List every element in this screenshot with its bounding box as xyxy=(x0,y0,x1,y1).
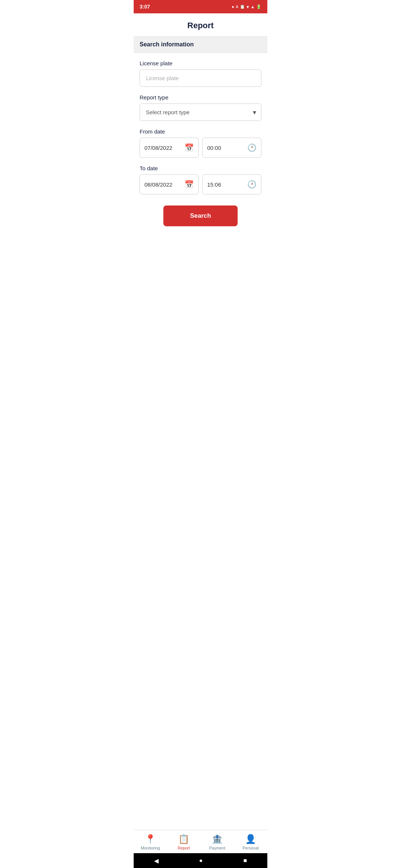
to-date-label: To date xyxy=(140,165,261,171)
search-button[interactable]: Search xyxy=(163,206,238,226)
notification-icon: ● xyxy=(232,4,234,9)
calendar-icon-2: 📅 xyxy=(185,180,194,189)
report-type-select[interactable]: Select report type Type 1 Type 2 Type 3 xyxy=(140,103,261,121)
license-plate-input[interactable] xyxy=(140,69,261,87)
battery-icon: 🔋 xyxy=(256,4,261,9)
section-title: Search information xyxy=(140,41,194,47)
wifi-icon: ▾ xyxy=(247,4,249,10)
from-datetime-row: 07/08/2022 📅 00:00 🕐 xyxy=(140,138,261,158)
status-icons: ● A 📋 ▾ ▲ 🔋 xyxy=(232,4,261,10)
license-plate-label: License plate xyxy=(140,60,261,66)
to-time-picker[interactable]: 15:06 🕐 xyxy=(202,174,261,194)
calendar-icon: 📅 xyxy=(185,143,194,152)
from-date-value: 07/08/2022 xyxy=(144,145,172,151)
clipboard-icon: 📋 xyxy=(240,4,245,9)
license-plate-group: License plate xyxy=(140,60,261,87)
report-type-dropdown-wrapper: Select report type Type 1 Type 2 Type 3 … xyxy=(140,103,261,121)
search-button-wrapper: Search xyxy=(134,202,267,234)
from-date-group: From date 07/08/2022 📅 00:00 🕐 xyxy=(140,128,261,158)
clock-icon: 🕐 xyxy=(247,143,257,152)
to-date-group: To date 08/08/2022 📅 15:06 🕐 xyxy=(140,165,261,194)
status-time: 3:07 xyxy=(140,4,150,10)
to-date-picker[interactable]: 08/08/2022 📅 xyxy=(140,174,199,194)
to-date-value: 08/08/2022 xyxy=(144,181,172,188)
from-time-value: 00:00 xyxy=(207,145,221,151)
to-time-value: 15:06 xyxy=(207,181,221,188)
report-type-label: Report type xyxy=(140,94,261,101)
from-time-picker[interactable]: 00:00 🕐 xyxy=(202,138,261,158)
form-content: License plate Report type Select report … xyxy=(134,53,267,202)
translate-icon: A xyxy=(236,4,238,9)
page-title: Report xyxy=(140,21,261,30)
signal-icon: ▲ xyxy=(251,4,255,9)
to-datetime-row: 08/08/2022 📅 15:06 🕐 xyxy=(140,174,261,194)
clock-icon-2: 🕐 xyxy=(247,180,257,189)
app-header: Report xyxy=(134,13,267,37)
section-header: Search information xyxy=(134,37,267,53)
report-type-group: Report type Select report type Type 1 Ty… xyxy=(140,94,261,121)
from-date-picker[interactable]: 07/08/2022 📅 xyxy=(140,138,199,158)
from-date-label: From date xyxy=(140,128,261,135)
status-bar: 3:07 ● A 📋 ▾ ▲ 🔋 xyxy=(134,0,267,13)
